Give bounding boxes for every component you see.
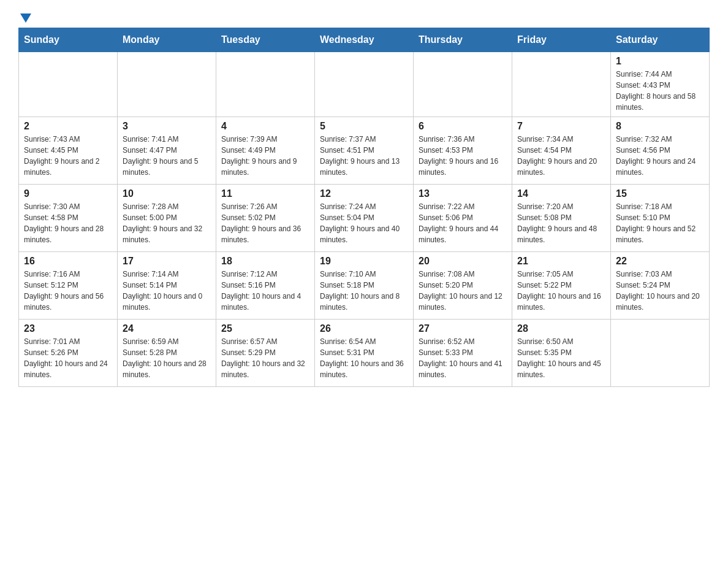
day-info: Sunrise: 6:54 AM Sunset: 5:31 PM Dayligh…	[320, 336, 408, 380]
day-info: Sunrise: 6:52 AM Sunset: 5:33 PM Dayligh…	[419, 336, 507, 380]
calendar-cell: 10Sunrise: 7:28 AM Sunset: 5:00 PM Dayli…	[118, 185, 216, 252]
day-info: Sunrise: 7:12 AM Sunset: 5:16 PM Dayligh…	[221, 269, 309, 313]
logo-triangle-icon	[20, 13, 31, 23]
weekday-header-monday: Monday	[118, 28, 216, 52]
day-number: 22	[616, 256, 704, 267]
calendar-cell	[414, 52, 512, 117]
day-number: 26	[320, 323, 408, 334]
day-info: Sunrise: 7:39 AM Sunset: 4:49 PM Dayligh…	[221, 134, 309, 178]
day-info: Sunrise: 7:01 AM Sunset: 5:26 PM Dayligh…	[24, 336, 112, 380]
day-number: 27	[419, 323, 507, 334]
day-number: 16	[24, 256, 112, 267]
weekday-header-thursday: Thursday	[414, 28, 512, 52]
weekday-header-saturday: Saturday	[611, 28, 710, 52]
calendar-cell: 13Sunrise: 7:22 AM Sunset: 5:06 PM Dayli…	[414, 185, 512, 252]
calendar-cell	[19, 52, 118, 117]
day-number: 28	[517, 323, 605, 334]
calendar-cell: 2Sunrise: 7:43 AM Sunset: 4:45 PM Daylig…	[19, 117, 118, 185]
day-info: Sunrise: 7:08 AM Sunset: 5:20 PM Dayligh…	[419, 269, 507, 313]
calendar-cell: 28Sunrise: 6:50 AM Sunset: 5:35 PM Dayli…	[512, 320, 611, 387]
calendar-cell: 24Sunrise: 6:59 AM Sunset: 5:28 PM Dayli…	[118, 320, 216, 387]
calendar-cell: 9Sunrise: 7:30 AM Sunset: 4:58 PM Daylig…	[19, 185, 118, 252]
day-number: 21	[517, 256, 605, 267]
weekday-header-friday: Friday	[512, 28, 611, 52]
day-number: 12	[320, 188, 408, 199]
calendar-cell: 21Sunrise: 7:05 AM Sunset: 5:22 PM Dayli…	[512, 252, 611, 320]
day-number: 24	[123, 323, 211, 334]
calendar-cell: 26Sunrise: 6:54 AM Sunset: 5:31 PM Dayli…	[315, 320, 414, 387]
calendar-cell: 7Sunrise: 7:34 AM Sunset: 4:54 PM Daylig…	[512, 117, 611, 185]
day-info: Sunrise: 7:05 AM Sunset: 5:22 PM Dayligh…	[517, 269, 605, 313]
weekday-header-wednesday: Wednesday	[315, 28, 414, 52]
day-info: Sunrise: 7:28 AM Sunset: 5:00 PM Dayligh…	[123, 201, 211, 245]
day-number: 5	[320, 121, 408, 132]
day-number: 3	[123, 121, 211, 132]
day-info: Sunrise: 7:44 AM Sunset: 4:43 PM Dayligh…	[616, 69, 704, 113]
day-number: 9	[24, 188, 112, 199]
day-info: Sunrise: 7:37 AM Sunset: 4:51 PM Dayligh…	[320, 134, 408, 178]
calendar-cell: 25Sunrise: 6:57 AM Sunset: 5:29 PM Dayli…	[216, 320, 315, 387]
day-info: Sunrise: 7:18 AM Sunset: 5:10 PM Dayligh…	[616, 201, 704, 245]
day-info: Sunrise: 7:03 AM Sunset: 5:24 PM Dayligh…	[616, 269, 704, 313]
day-info: Sunrise: 7:20 AM Sunset: 5:08 PM Dayligh…	[517, 201, 605, 245]
calendar-week-row: 23Sunrise: 7:01 AM Sunset: 5:26 PM Dayli…	[19, 320, 710, 387]
calendar-cell: 17Sunrise: 7:14 AM Sunset: 5:14 PM Dayli…	[118, 252, 216, 320]
day-number: 19	[320, 256, 408, 267]
day-info: Sunrise: 7:26 AM Sunset: 5:02 PM Dayligh…	[221, 201, 309, 245]
calendar-cell	[216, 52, 315, 117]
day-info: Sunrise: 6:59 AM Sunset: 5:28 PM Dayligh…	[123, 336, 211, 380]
day-number: 18	[221, 256, 309, 267]
day-number: 10	[123, 188, 211, 199]
calendar-cell: 16Sunrise: 7:16 AM Sunset: 5:12 PM Dayli…	[19, 252, 118, 320]
calendar-cell: 27Sunrise: 6:52 AM Sunset: 5:33 PM Dayli…	[414, 320, 512, 387]
weekday-header-tuesday: Tuesday	[216, 28, 315, 52]
page-header	[18, 12, 710, 21]
day-info: Sunrise: 7:41 AM Sunset: 4:47 PM Dayligh…	[123, 134, 211, 178]
calendar-cell: 15Sunrise: 7:18 AM Sunset: 5:10 PM Dayli…	[611, 185, 710, 252]
calendar-cell: 8Sunrise: 7:32 AM Sunset: 4:56 PM Daylig…	[611, 117, 710, 185]
day-info: Sunrise: 7:34 AM Sunset: 4:54 PM Dayligh…	[517, 134, 605, 178]
calendar-week-row: 9Sunrise: 7:30 AM Sunset: 4:58 PM Daylig…	[19, 185, 710, 252]
calendar-week-row: 16Sunrise: 7:16 AM Sunset: 5:12 PM Dayli…	[19, 252, 710, 320]
calendar-cell	[611, 320, 710, 387]
calendar-cell	[512, 52, 611, 117]
day-number: 4	[221, 121, 309, 132]
calendar-cell: 5Sunrise: 7:37 AM Sunset: 4:51 PM Daylig…	[315, 117, 414, 185]
calendar-cell: 4Sunrise: 7:39 AM Sunset: 4:49 PM Daylig…	[216, 117, 315, 185]
calendar-week-row: 1Sunrise: 7:44 AM Sunset: 4:43 PM Daylig…	[19, 52, 710, 117]
day-info: Sunrise: 7:43 AM Sunset: 4:45 PM Dayligh…	[24, 134, 112, 178]
calendar-cell: 11Sunrise: 7:26 AM Sunset: 5:02 PM Dayli…	[216, 185, 315, 252]
day-number: 23	[24, 323, 112, 334]
weekday-header-row: SundayMondayTuesdayWednesdayThursdayFrid…	[19, 28, 710, 52]
calendar-cell: 22Sunrise: 7:03 AM Sunset: 5:24 PM Dayli…	[611, 252, 710, 320]
day-number: 20	[419, 256, 507, 267]
day-info: Sunrise: 7:32 AM Sunset: 4:56 PM Dayligh…	[616, 134, 704, 178]
day-info: Sunrise: 7:24 AM Sunset: 5:04 PM Dayligh…	[320, 201, 408, 245]
calendar-cell: 6Sunrise: 7:36 AM Sunset: 4:53 PM Daylig…	[414, 117, 512, 185]
logo	[18, 12, 31, 21]
day-info: Sunrise: 6:57 AM Sunset: 5:29 PM Dayligh…	[221, 336, 309, 380]
calendar-cell: 20Sunrise: 7:08 AM Sunset: 5:20 PM Dayli…	[414, 252, 512, 320]
day-info: Sunrise: 7:30 AM Sunset: 4:58 PM Dayligh…	[24, 201, 112, 245]
day-info: Sunrise: 7:10 AM Sunset: 5:18 PM Dayligh…	[320, 269, 408, 313]
day-number: 25	[221, 323, 309, 334]
day-number: 8	[616, 121, 704, 132]
day-number: 15	[616, 188, 704, 199]
calendar-cell: 19Sunrise: 7:10 AM Sunset: 5:18 PM Dayli…	[315, 252, 414, 320]
calendar-cell	[315, 52, 414, 117]
day-number: 7	[517, 121, 605, 132]
day-info: Sunrise: 7:16 AM Sunset: 5:12 PM Dayligh…	[24, 269, 112, 313]
day-info: Sunrise: 6:50 AM Sunset: 5:35 PM Dayligh…	[517, 336, 605, 380]
day-info: Sunrise: 7:22 AM Sunset: 5:06 PM Dayligh…	[419, 201, 507, 245]
calendar-cell: 12Sunrise: 7:24 AM Sunset: 5:04 PM Dayli…	[315, 185, 414, 252]
calendar-table: SundayMondayTuesdayWednesdayThursdayFrid…	[18, 28, 710, 387]
day-number: 17	[123, 256, 211, 267]
day-number: 2	[24, 121, 112, 132]
day-number: 13	[419, 188, 507, 199]
day-number: 11	[221, 188, 309, 199]
calendar-cell: 1Sunrise: 7:44 AM Sunset: 4:43 PM Daylig…	[611, 52, 710, 117]
day-number: 14	[517, 188, 605, 199]
day-info: Sunrise: 7:14 AM Sunset: 5:14 PM Dayligh…	[123, 269, 211, 313]
day-info: Sunrise: 7:36 AM Sunset: 4:53 PM Dayligh…	[419, 134, 507, 178]
calendar-cell: 14Sunrise: 7:20 AM Sunset: 5:08 PM Dayli…	[512, 185, 611, 252]
